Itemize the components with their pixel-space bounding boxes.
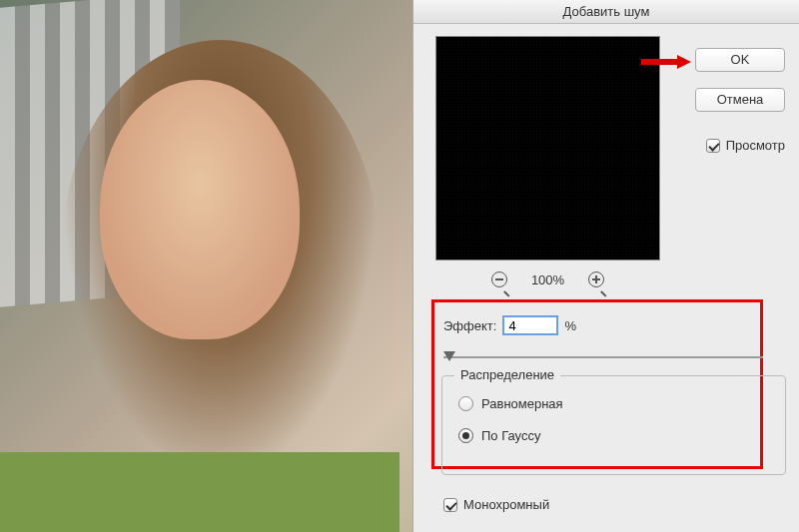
effect-unit: % [564,318,576,333]
zoom-out-icon[interactable] [491,271,507,287]
gaussian-radio-label: По Гауссу [481,428,540,443]
uniform-radio-row[interactable]: Равномерная [458,396,563,411]
dialog-title: Добавить шум [413,0,799,24]
add-noise-dialog: Добавить шум 100% OK Отмена Просмотр Эфф… [412,0,799,532]
effect-amount-input[interactable] [502,315,558,335]
distribution-fieldset: Распределение Равномерная По Гауссу [441,375,786,475]
monochrome-checkbox-label: Монохромный [463,497,549,512]
preview-thumbnail[interactable] [435,36,660,261]
uniform-radio-label: Равномерная [481,396,563,411]
distribution-legend: Распределение [454,367,560,382]
monochrome-checkbox[interactable] [443,498,457,512]
uniform-radio[interactable] [458,396,473,411]
preview-checkbox-row[interactable]: Просмотр [706,138,785,153]
preview-checkbox-label: Просмотр [726,138,785,153]
annotation-arrow [641,55,691,69]
monochrome-checkbox-row[interactable]: Монохромный [443,497,549,512]
effect-slider[interactable] [443,349,763,365]
preview-checkbox[interactable] [706,139,720,153]
cancel-button[interactable]: Отмена [695,88,785,112]
zoom-level-label: 100% [531,272,564,287]
effect-label: Эффект: [443,318,496,333]
slider-thumb[interactable] [443,351,455,361]
gaussian-radio-row[interactable]: По Гауссу [458,428,540,443]
ok-button[interactable]: OK [695,48,785,72]
gaussian-radio[interactable] [458,428,473,443]
zoom-in-icon[interactable] [588,271,604,287]
